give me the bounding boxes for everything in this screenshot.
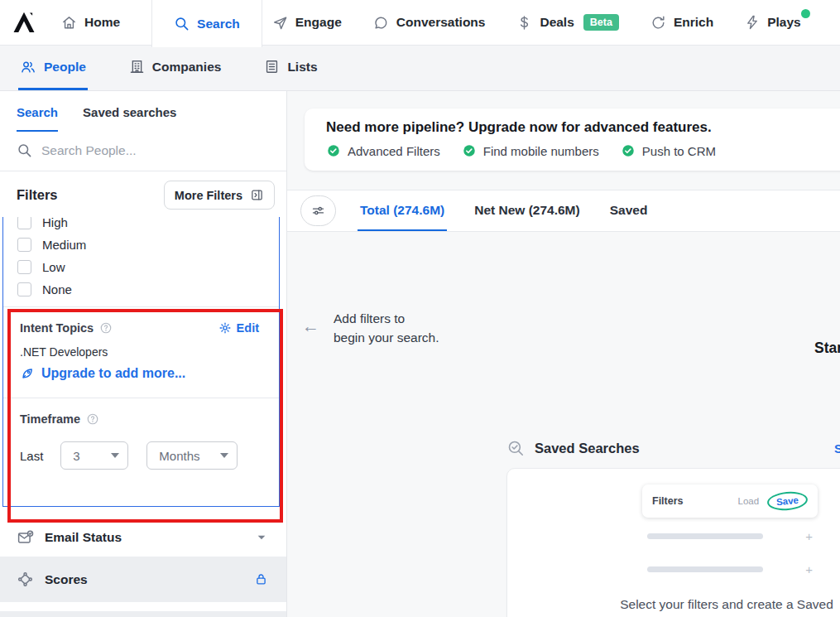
checkbox-none[interactable] [17,282,31,296]
panel-tab-saved-searches[interactable]: Saved searches [83,105,176,132]
timeframe-title: Timeframe [20,412,80,426]
nav-item-conversations[interactable]: Conversations [373,15,486,31]
timeframe-number-select[interactable]: 3 [60,441,128,470]
entity-tabs: People Companies Lists [0,46,840,91]
nav-label-engage: Engage [295,15,342,30]
nav-item-enrich[interactable]: Enrich [650,15,713,31]
nav-item-search[interactable]: Search [151,0,262,47]
beta-badge: Beta [583,14,619,31]
illustration-placeholder-row: + [642,522,818,551]
banner-feature: Find mobile numbers [462,143,599,158]
nav-label-deals: Deals [540,15,574,30]
nav-label-conversations: Conversations [396,15,486,30]
intent-topic-value: .NET Developers [20,345,259,359]
tab-total[interactable]: Total (274.6M) [358,190,447,231]
rocket-icon [20,366,35,381]
tab-lists-label: Lists [287,60,317,75]
chevron-down-icon [255,531,268,544]
nav-label-home: Home [84,15,120,30]
lightning-icon [745,15,760,30]
tab-companies[interactable]: Companies [127,46,223,90]
timeframe-section: Timeframe Last 3 Months [3,398,279,470]
placeholder-bar [647,566,763,572]
nav-label-enrich: Enrich [674,15,713,30]
tab-companies-label: Companies [152,60,222,75]
filter-settings-button[interactable] [300,195,336,226]
empty-state: ← Add filters to begin your search. [302,309,439,347]
illustration-placeholder-row: + [642,555,818,584]
banner-title: Need more pipeline? Upgrade now for adva… [326,119,828,136]
upgrade-banner: Need more pipeline? Upgrade now for adva… [305,108,840,171]
check-circle-icon [621,143,636,158]
banner-feature-label: Push to CRM [642,144,716,158]
more-filters-button[interactable]: More Filters [164,181,275,210]
search-people-input[interactable] [41,143,248,158]
illustration-load-label: Load [738,496,760,506]
building-icon [129,59,145,75]
nav-item-home[interactable]: Home [61,15,120,31]
sync-icon [650,15,666,31]
filters-title: Filters [17,187,58,203]
intent-edit-button[interactable]: Edit [218,321,259,335]
top-navigation: Home Search Engage Conversations Deals B… [0,0,840,46]
tab-lists[interactable]: Lists [262,46,319,90]
upgrade-link[interactable]: Upgrade to add more... [20,366,259,381]
nav-item-deals[interactable]: Deals Beta [516,14,618,31]
checkbox-label-high: High [42,217,68,229]
saved-searches-link-partial[interactable]: S [834,441,840,456]
scores-label: Scores [45,572,88,587]
panel-tab-search[interactable]: Search [17,105,58,132]
scores-icon [17,571,34,588]
plus-icon: + [805,562,813,576]
banner-feature-label: Find mobile numbers [483,144,599,158]
filter-scores[interactable]: Scores [0,557,286,602]
panel-tabs: Search Saved searches [0,91,286,132]
nav-item-plays[interactable]: Plays [745,15,801,30]
checkbox-high[interactable] [17,217,31,229]
illustration-filters-label: Filters [652,495,684,507]
help-icon[interactable] [99,321,113,335]
checkbox-label-none: None [42,282,72,296]
tab-people-label: People [44,60,86,75]
saved-search-icon [506,439,525,457]
chevron-down-icon [111,453,119,458]
banner-feature: Advanced Filters [326,143,440,158]
arrow-left-icon: ← [302,316,319,347]
checkbox-row-medium: Medium [3,234,279,256]
nav-item-engage[interactable]: Engage [272,15,342,31]
gear-icon [218,321,232,335]
tab-net-new[interactable]: Net New (274.6M) [472,190,582,231]
saved-searches-card: Filters Load Save + + Select your filter… [506,468,840,617]
tab-saved[interactable]: Saved [607,190,650,231]
filter-email-status[interactable]: Email Status [0,521,286,554]
start-text-partial: Start [814,340,840,357]
timeframe-number-value: 3 [73,449,79,463]
saved-searches-header: Saved Searches S [506,439,840,457]
more-filters-label: More Filters [175,189,242,202]
saved-searches-title: Saved Searches [535,441,640,456]
help-icon[interactable] [86,412,99,426]
banner-feature-label: Advanced Filters [348,144,440,158]
checkbox-medium[interactable] [17,238,31,252]
plus-icon: + [805,529,813,543]
checkbox-row-high: High [3,217,279,234]
chevron-down-icon [220,453,228,458]
upgrade-link-label: Upgrade to add more... [41,366,185,381]
sliders-icon [310,203,326,219]
nav-label-search: Search [197,17,240,31]
active-filters-container: High Medium Low None Intent Topics [2,217,280,507]
nav-label-plays: Plays [767,15,801,30]
apollo-logo[interactable] [12,10,36,35]
email-status-label: Email Status [45,530,122,545]
search-people-row [0,132,286,171]
illustration-save-label: Save [766,490,809,512]
send-icon [272,15,288,31]
check-circle-icon [462,143,477,158]
search-icon [17,142,32,158]
home-icon [61,15,77,31]
people-icon [20,59,36,75]
empty-state-line1: Add filters to [334,309,439,328]
timeframe-unit-select[interactable]: Months [146,441,238,470]
checkbox-low[interactable] [17,260,31,274]
tab-people[interactable]: People [18,46,88,90]
